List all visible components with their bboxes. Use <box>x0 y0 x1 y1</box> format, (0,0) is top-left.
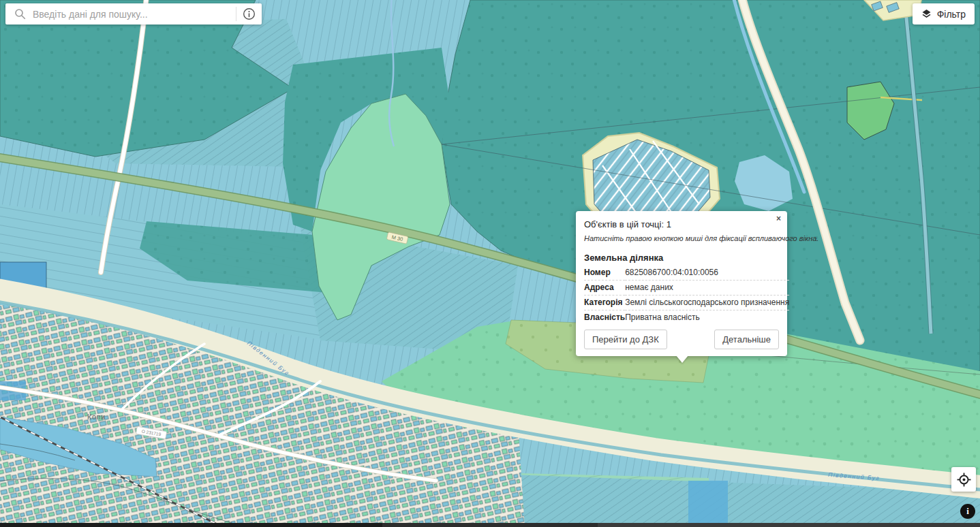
attribute-label: Власність <box>584 310 625 325</box>
search-input[interactable] <box>33 9 236 20</box>
popup-actions: Перейти до ДЗК Детальніше <box>584 330 779 349</box>
parcel-attributes-table: Номер 6825086700:04:010:0056 Адреса нема… <box>584 266 789 325</box>
popup-hint: Натисніть правою кнопкою миші для фіксац… <box>584 234 779 242</box>
parcel-info-popup: × Об'єктів в цій точці: 1 Натисніть прав… <box>576 211 787 356</box>
table-row: Адреса немає даних <box>584 281 789 296</box>
filter-button-label: Фільтр <box>937 9 966 20</box>
map-canvas[interactable]: М 30 Копи О 231719 Південний Буг Південн… <box>0 0 980 527</box>
info-circle-icon: i <box>966 506 969 517</box>
water-parcel <box>688 481 728 527</box>
table-row: Категорія Землі сільськогосподарського п… <box>584 296 789 310</box>
attribution-info-button[interactable]: i <box>960 504 975 519</box>
attribute-label: Номер <box>584 266 625 281</box>
search-divider <box>236 7 236 21</box>
bottom-bar <box>0 523 980 527</box>
search-icon <box>14 8 26 20</box>
popup-title: Об'єктів в цій точці: 1 <box>584 219 779 229</box>
geolocate-icon <box>957 473 971 487</box>
filter-button[interactable]: Фільтр <box>913 3 975 25</box>
attribute-value: Приватна власність <box>625 310 789 325</box>
attribute-label: Категорія <box>584 296 625 310</box>
attribute-value: Землі сільськогосподарського призначення <box>625 296 789 310</box>
details-button[interactable]: Детальніше <box>714 330 779 349</box>
popup-tail <box>676 355 688 363</box>
popup-section-title: Земельна ділянка <box>584 253 779 263</box>
layers-icon <box>921 9 932 19</box>
geolocate-button[interactable] <box>951 467 976 492</box>
goto-dzk-button[interactable]: Перейти до ДЗК <box>584 330 667 349</box>
table-row: Номер 6825086700:04:010:0056 <box>584 266 789 281</box>
table-row: Власність Приватна власність <box>584 310 789 325</box>
cadastral-map-app: М 30 Копи О 231719 Південний Буг Південн… <box>0 0 980 527</box>
popup-close-icon[interactable]: × <box>776 214 781 223</box>
attribute-label: Адреса <box>584 281 625 296</box>
search-info-icon[interactable] <box>243 7 256 20</box>
attribute-value: 6825086700:04:010:0056 <box>625 266 789 281</box>
settlement-label: Копи <box>87 413 106 421</box>
search-bar <box>5 3 262 25</box>
attribute-value: немає даних <box>625 281 789 296</box>
